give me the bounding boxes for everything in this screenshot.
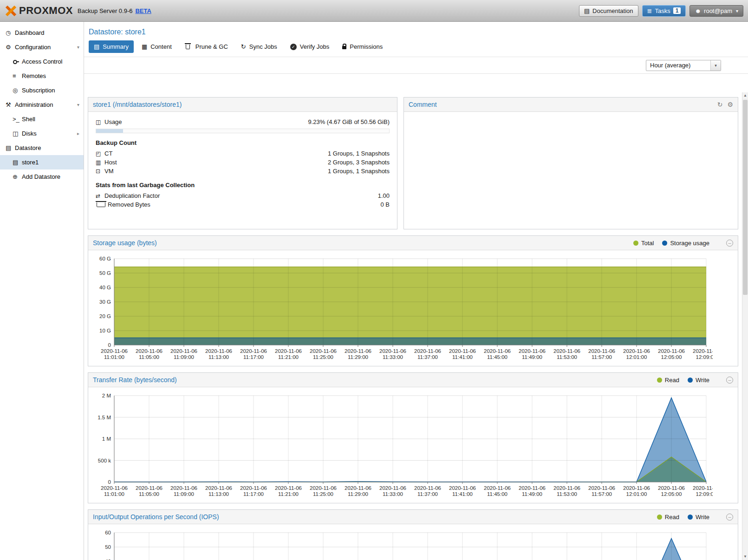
- sidebar-item-datastore[interactable]: ▤Datastore: [0, 141, 84, 155]
- chevron-down-icon[interactable]: ▾: [710, 60, 721, 71]
- gc-stats-rows: ⇄Deduplication Factor1.00Removed Bytes0 …: [96, 191, 390, 209]
- svg-text:2020-11-06: 2020-11-06: [101, 485, 128, 491]
- dedup-icon: ⇄: [96, 193, 104, 199]
- svg-text:12:09:00: 12:09:00: [696, 354, 713, 360]
- chart-legend: TotalStorage usage–: [633, 240, 733, 247]
- svg-text:2020-11-06: 2020-11-06: [136, 485, 163, 491]
- scrollbar-up-arrow[interactable]: ▲: [742, 92, 748, 99]
- tasks-button[interactable]: ≣ Tasks 1: [642, 5, 686, 17]
- sidebar-item-label: Administration: [15, 101, 53, 108]
- refresh-icon[interactable]: ↻: [717, 101, 723, 108]
- svg-text:11:41:00: 11:41:00: [452, 354, 473, 360]
- sidebar-item-access-control[interactable]: Access Control: [0, 54, 84, 69]
- svg-text:11:53:00: 11:53:00: [557, 354, 577, 360]
- svg-text:2020-11-06: 2020-11-06: [693, 485, 713, 491]
- svg-text:2020-11-06: 2020-11-06: [101, 348, 128, 354]
- svg-text:11:33:00: 11:33:00: [383, 354, 403, 360]
- legend-item-write[interactable]: Write: [688, 377, 709, 384]
- scrollbar-thumb[interactable]: [743, 100, 748, 295]
- usage-progressbar: [96, 129, 390, 133]
- legend-label: Write: [696, 377, 709, 384]
- sidebar-item-shell[interactable]: >_Shell: [0, 112, 84, 126]
- chart-title: Storage usage (bytes): [93, 239, 157, 247]
- svg-text:2020-11-06: 2020-11-06: [205, 348, 232, 354]
- page-title: Datastore: store1: [84, 22, 748, 36]
- legend-dot-icon: [633, 241, 638, 246]
- tab-label: Permissions: [350, 43, 383, 50]
- svg-text:2020-11-06: 2020-11-06: [275, 485, 302, 491]
- stat-value: 0 B: [380, 201, 390, 208]
- comment-body[interactable]: [404, 112, 738, 123]
- collapse-icon[interactable]: –: [726, 377, 733, 384]
- legend-item-total[interactable]: Total: [633, 240, 654, 247]
- key-icon: [13, 59, 21, 65]
- toolbar: Hour (average) ▾: [84, 57, 748, 74]
- stat-value: 1 Groups, 1 Snapshots: [328, 168, 390, 175]
- chevron-down-icon[interactable]: ▾: [77, 45, 79, 50]
- svg-text:2020-11-06: 2020-11-06: [379, 485, 406, 491]
- chevron-down-icon[interactable]: ▾: [77, 102, 79, 107]
- legend-item-write[interactable]: Write: [688, 514, 709, 521]
- lock-icon: [342, 46, 346, 49]
- sidebar-item-administration[interactable]: ⚒Administration▾: [0, 98, 84, 112]
- proxmox-x-icon: [5, 5, 17, 17]
- legend-dot-icon: [688, 514, 693, 520]
- documentation-button[interactable]: ▤ Documentation: [579, 5, 638, 17]
- tab-verify-jobs[interactable]: ✓Verify Jobs: [285, 40, 335, 53]
- tab-prune-gc[interactable]: Prune & GC: [180, 40, 233, 53]
- collapse-icon[interactable]: –: [726, 514, 733, 521]
- host-icon: ▥: [96, 159, 104, 166]
- legend-item-read[interactable]: Read: [657, 514, 679, 521]
- chevron-right-icon[interactable]: ▸: [77, 131, 79, 136]
- chart-title: Transfer Rate (bytes/second): [93, 376, 177, 384]
- sidebar-item-label: Disks: [22, 130, 37, 137]
- tab-permissions[interactable]: Permissions: [337, 40, 388, 53]
- legend-item-storage-usage[interactable]: Storage usage: [662, 240, 709, 247]
- sidebar-item-add-datastore[interactable]: ⊕Add Datastore: [0, 169, 84, 184]
- tab-summary[interactable]: ▤Summary: [89, 40, 134, 53]
- svg-text:11:57:00: 11:57:00: [592, 354, 612, 360]
- scrollbar-down-arrow[interactable]: ▼: [742, 553, 748, 560]
- svg-text:11:17:00: 11:17:00: [243, 491, 264, 497]
- gear-icon[interactable]: ⚙: [727, 101, 733, 108]
- chart-panel-transfer-rate-bytes-second: Transfer Rate (bytes/second)ReadWrite–05…: [88, 372, 738, 503]
- tab-content[interactable]: ▦Content: [137, 40, 177, 53]
- sidebar-item-disks[interactable]: ◫Disks▸: [0, 126, 84, 141]
- svg-text:2020-11-06: 2020-11-06: [345, 348, 371, 354]
- svg-text:11:05:00: 11:05:00: [139, 354, 159, 360]
- svg-text:12:05:00: 12:05:00: [661, 491, 682, 497]
- summary-panel-title: store1 (/mnt/datastores/store1): [93, 101, 182, 108]
- svg-text:11:13:00: 11:13:00: [208, 354, 229, 360]
- svg-text:50: 50: [105, 544, 111, 550]
- sidebar-item-remotes[interactable]: ≡Remotes: [0, 69, 84, 83]
- svg-text:11:25:00: 11:25:00: [313, 491, 333, 497]
- svg-text:2020-11-06: 2020-11-06: [170, 348, 197, 354]
- tab-sync-jobs[interactable]: ↻Sync Jobs: [236, 40, 282, 53]
- svg-text:2020-11-06: 2020-11-06: [170, 485, 197, 491]
- interval-select[interactable]: Hour (average) ▾: [646, 60, 721, 71]
- sidebar-item-dashboard[interactable]: ◷Dashboard: [0, 26, 84, 40]
- collapse-icon[interactable]: –: [726, 240, 733, 247]
- svg-text:2020-11-06: 2020-11-06: [240, 348, 267, 354]
- svg-text:2020-11-06: 2020-11-06: [205, 485, 232, 491]
- svg-text:0: 0: [108, 479, 111, 485]
- svg-text:11:21:00: 11:21:00: [278, 491, 299, 497]
- stat-label: VM: [104, 168, 114, 175]
- svg-text:11:45:00: 11:45:00: [487, 354, 507, 360]
- sidebar-item-configuration[interactable]: ⚙Configuration▾: [0, 40, 84, 54]
- svg-text:11:05:00: 11:05:00: [139, 491, 159, 497]
- user-menu-button[interactable]: ☻ root@pam ▾: [689, 5, 743, 17]
- beta-link[interactable]: BETA: [135, 7, 151, 14]
- legend-item-read[interactable]: Read: [657, 377, 679, 384]
- sidebar-item-store1[interactable]: ▤store1: [0, 155, 84, 169]
- svg-text:2020-11-06: 2020-11-06: [553, 485, 580, 491]
- stat-row: ⊡VM1 Groups, 1 Snapshots: [96, 167, 390, 176]
- tab-label: Sync Jobs: [249, 43, 277, 50]
- stat-row: ⇄Deduplication Factor1.00: [96, 191, 390, 200]
- tab-label: Summary: [103, 43, 129, 50]
- vertical-scrollbar[interactable]: ▲ ▼: [742, 92, 748, 560]
- svg-text:11:21:00: 11:21:00: [278, 354, 299, 360]
- chevron-down-icon: ▾: [736, 8, 738, 13]
- sidebar-item-subscription[interactable]: ◎Subscription: [0, 83, 84, 98]
- svg-text:11:29:00: 11:29:00: [348, 354, 368, 360]
